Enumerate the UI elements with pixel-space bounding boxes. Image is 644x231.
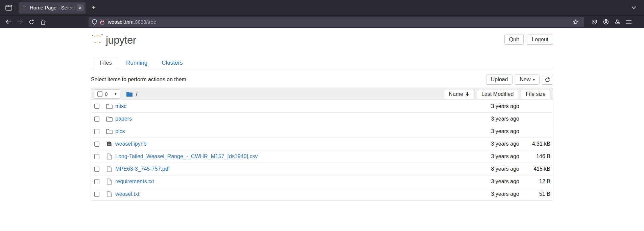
row-checkbox[interactable] <box>94 129 99 134</box>
table-row: weasel.txt 3 years ago 51 B <box>91 188 553 200</box>
breadcrumb-folder-icon[interactable] <box>126 91 133 97</box>
tab-clusters[interactable]: Clusters <box>156 57 189 69</box>
reload-icon[interactable] <box>26 17 37 27</box>
select-all-button[interactable]: 0 <box>94 89 111 99</box>
select-hint-text: Select items to perform actions on them. <box>91 77 486 83</box>
file-link[interactable]: pics <box>115 128 125 134</box>
forward-icon[interactable] <box>14 17 26 27</box>
file-modified: 8 years ago <box>469 166 519 172</box>
jupyter-logo[interactable]: jupyter <box>91 33 136 46</box>
jupyter-page: jupyter Quit Logout Files Running Cluste… <box>0 28 644 201</box>
sort-modified-button[interactable]: Last Modified <box>477 89 518 99</box>
url-path: :8888/tree <box>134 19 157 25</box>
file-modified: 3 years ago <box>469 141 519 147</box>
file-size: 4.31 kB <box>519 141 550 147</box>
folder-icon <box>106 116 113 122</box>
file-icon <box>106 153 113 160</box>
browser-tab-bar: Home Page - Select or cre × + <box>0 0 644 15</box>
new-tab-button[interactable]: + <box>88 2 99 14</box>
table-row: MPE63-3_745-757.pdf 8 years ago 415 kB <box>91 163 553 175</box>
upload-button[interactable]: Upload <box>486 75 513 85</box>
file-link[interactable]: Long-Tailed_Weasel_Range_-_CWHR_M157_[ds… <box>115 153 258 160</box>
table-row: pics 3 years ago <box>91 125 553 138</box>
page-header: jupyter Quit Logout <box>91 28 553 48</box>
logo-wordmark: jupyter <box>106 35 136 46</box>
home-icon[interactable] <box>37 17 49 27</box>
selected-count: 0 <box>105 91 108 97</box>
folder-icon <box>106 104 113 109</box>
file-modified: 3 years ago <box>469 128 519 134</box>
select-all-checkbox[interactable] <box>97 91 102 97</box>
file-link[interactable]: MPE63-3_745-757.pdf <box>115 166 170 172</box>
tab-close-icon[interactable]: × <box>77 4 84 11</box>
table-row: requirements.txt 3 years ago 12 B <box>91 175 553 188</box>
tab-title: Home Page - Select or cre <box>30 5 75 10</box>
logout-button[interactable]: Logout <box>527 35 553 45</box>
insecure-lock-icon[interactable] <box>100 19 104 25</box>
list-all-tabs-chevron-icon[interactable] <box>628 2 639 13</box>
file-list: misc 3 years ago papers 3 years ago pics… <box>91 100 553 200</box>
bookmark-star-icon[interactable] <box>571 18 580 26</box>
quit-button[interactable]: Quit <box>504 35 524 45</box>
jupyter-favicon-icon <box>22 5 27 10</box>
file-modified: 3 years ago <box>469 153 519 160</box>
sort-name-label: Name <box>449 91 463 97</box>
extensions-puzzle-icon[interactable] <box>612 17 623 27</box>
jupyter-logo-icon <box>91 33 104 46</box>
view-tabs: Files Running Clusters <box>91 57 553 69</box>
file-modified: 3 years ago <box>469 116 519 122</box>
folder-icon <box>106 129 113 134</box>
url-bar[interactable]: weasel.thm:8888/tree <box>89 17 584 27</box>
tab-files[interactable]: Files <box>94 57 118 69</box>
new-label: New <box>520 77 530 83</box>
pocket-icon[interactable] <box>589 17 600 27</box>
caret-down-icon: ▾ <box>115 92 117 96</box>
menu-hamburger-icon[interactable] <box>623 17 635 27</box>
row-checkbox[interactable] <box>94 179 99 184</box>
new-dropdown-button[interactable]: New ▾ <box>515 75 540 85</box>
account-icon[interactable] <box>600 17 612 27</box>
tracking-shield-icon[interactable] <box>92 19 97 25</box>
sort-name-button[interactable]: Name <box>444 89 474 99</box>
file-size: 51 B <box>519 191 550 197</box>
url-host: weasel.thm <box>108 19 134 25</box>
file-link[interactable]: weasel.ipynb <box>115 141 147 147</box>
table-row: weasel.ipynb 3 years ago 4.31 kB <box>91 138 553 150</box>
row-checkbox[interactable] <box>94 154 99 159</box>
tab-running[interactable]: Running <box>120 57 153 69</box>
arrow-down-icon <box>466 92 469 96</box>
breadcrumb-root-link[interactable]: / <box>136 91 138 98</box>
caret-down-icon: ▾ <box>533 78 535 82</box>
sort-size-button[interactable]: File size <box>521 89 550 99</box>
file-link[interactable]: requirements.txt <box>115 178 154 185</box>
back-icon[interactable] <box>3 17 14 27</box>
list-header: 0 ▾ / Name Last Modified File siz <box>91 88 553 100</box>
file-size: 12 B <box>519 178 550 185</box>
select-dropdown-button[interactable]: ▾ <box>111 89 120 99</box>
browser-tab-active[interactable]: Home Page - Select or cre × <box>19 2 86 14</box>
file-link[interactable]: papers <box>115 116 132 122</box>
file-icon <box>106 166 113 172</box>
firefox-view-icon[interactable] <box>3 2 15 13</box>
file-modified: 3 years ago <box>469 103 519 109</box>
table-row: Long-Tailed_Weasel_Range_-_CWHR_M157_[ds… <box>91 150 553 163</box>
file-size: 146 B <box>519 153 550 160</box>
file-icon <box>106 178 113 185</box>
action-row: Select items to perform actions on them.… <box>91 75 553 85</box>
file-modified: 3 years ago <box>469 178 519 185</box>
file-icon <box>106 191 113 197</box>
tab-separator <box>16 4 16 12</box>
file-list-container: 0 ▾ / Name Last Modified File siz <box>91 88 553 201</box>
row-checkbox[interactable] <box>94 104 99 109</box>
file-link[interactable]: misc <box>115 103 126 109</box>
file-link[interactable]: weasel.txt <box>115 191 139 197</box>
file-size: 415 kB <box>519 166 550 172</box>
refresh-button[interactable] <box>542 75 553 85</box>
browser-nav-bar: weasel.thm:8888/tree <box>0 15 644 28</box>
file-modified: 3 years ago <box>469 191 519 197</box>
row-checkbox[interactable] <box>94 117 99 122</box>
row-checkbox[interactable] <box>94 192 99 197</box>
table-row: misc 3 years ago <box>91 100 553 112</box>
row-checkbox[interactable] <box>94 142 99 147</box>
row-checkbox[interactable] <box>94 167 99 172</box>
